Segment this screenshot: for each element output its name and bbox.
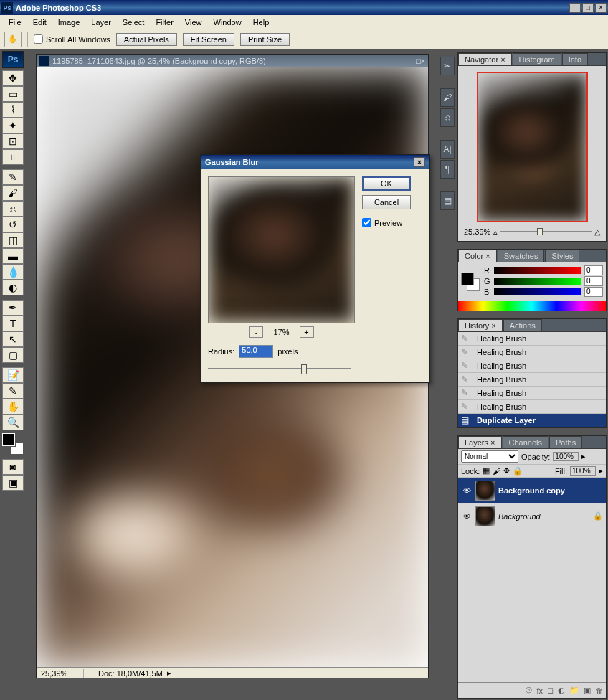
layer-thumbnail[interactable] (475, 506, 495, 526)
group-icon[interactable]: 📁 (569, 686, 579, 695)
foreground-background-colors[interactable] (2, 433, 24, 455)
tab-channels[interactable]: Channels (503, 436, 548, 448)
document-titlebar[interactable]: 1195785_17110643.jpg @ 25,4% (Background… (37, 55, 428, 67)
navigator-preview[interactable] (477, 72, 588, 222)
delete-layer-icon[interactable]: 🗑 (595, 686, 603, 695)
eyedropper-tool[interactable]: ✎ (2, 383, 24, 399)
slice-tool[interactable]: ⌗ (2, 149, 24, 165)
navigator-slider[interactable] (500, 227, 592, 237)
blur-tool[interactable]: 💧 (2, 264, 24, 280)
radius-input[interactable]: 50,0 (239, 345, 273, 358)
brush-tool[interactable]: 🖌 (2, 185, 24, 201)
gradient-tool[interactable]: ▬ (2, 248, 24, 264)
lasso-tool[interactable]: ⌇ (2, 102, 24, 118)
g-value[interactable]: 0 (584, 276, 603, 286)
brushes-icon[interactable]: 🖌 (440, 88, 455, 107)
menu-window[interactable]: Window (208, 16, 247, 28)
maximize-button[interactable]: □ (582, 3, 594, 13)
zoom-in-button[interactable]: + (300, 326, 314, 338)
zoom-level[interactable]: 25,39% (41, 669, 84, 678)
g-slider[interactable] (494, 278, 581, 285)
tab-info[interactable]: Info (562, 53, 588, 65)
layer-style-icon[interactable]: fx (536, 686, 543, 695)
menu-help[interactable]: Help (247, 16, 275, 28)
crop-tool[interactable]: ⊡ (2, 133, 24, 149)
r-value[interactable]: 0 (584, 265, 603, 275)
fill-value[interactable]: 100% (570, 466, 596, 476)
history-item[interactable]: ✎Healing Brush (458, 346, 606, 359)
doc-close-button[interactable]: × (421, 57, 425, 65)
clone-source-icon[interactable]: ⎌ (440, 108, 455, 127)
tab-layers[interactable]: Layers × (458, 436, 502, 448)
menu-select[interactable]: Select (117, 16, 151, 28)
chevron-right-icon[interactable]: ▸ (581, 452, 586, 461)
move-tool[interactable]: ✥ (2, 70, 24, 86)
hand-tool-icon[interactable]: ✋ (4, 32, 22, 47)
character-icon[interactable]: A| (440, 140, 455, 159)
history-item[interactable]: ✎Healing Brush (458, 400, 606, 414)
menu-edit[interactable]: Edit (27, 16, 52, 28)
history-item[interactable]: ✎Healing Brush (458, 332, 606, 346)
quick-mask-tool[interactable]: ◙ (2, 459, 24, 475)
tab-styles[interactable]: Styles (545, 250, 579, 262)
zoom-out-icon[interactable]: ▵ (493, 227, 498, 237)
menu-image[interactable]: Image (52, 16, 86, 28)
zoom-tool[interactable]: 🔍 (2, 415, 24, 430)
tab-swatches[interactable]: Swatches (498, 250, 545, 262)
healing-brush-tool[interactable]: ✎ (2, 169, 24, 185)
screen-mode-tool[interactable]: ▣ (2, 475, 24, 491)
b-slider[interactable] (494, 288, 581, 295)
lock-all-icon[interactable]: 🔒 (513, 466, 523, 476)
tab-history[interactable]: History × (458, 319, 503, 331)
doc-maximize-button[interactable]: □ (416, 57, 421, 65)
history-item[interactable]: ✎Healing Brush (458, 373, 606, 387)
layer-comps-icon[interactable]: ▤ (440, 191, 455, 210)
layer-mask-icon[interactable]: ◻ (547, 686, 554, 695)
opacity-value[interactable]: 100% (553, 452, 579, 461)
zoom-in-icon[interactable]: △ (594, 227, 600, 237)
b-value[interactable]: 0 (584, 287, 603, 297)
lock-position-icon[interactable]: ✥ (503, 466, 510, 476)
adjustment-layer-icon[interactable]: ◐ (558, 686, 565, 695)
layer-thumbnail[interactable] (475, 481, 495, 501)
chevron-right-icon[interactable]: ▸ (167, 668, 171, 678)
magic-wand-tool[interactable]: ✦ (2, 118, 24, 133)
menu-view[interactable]: View (179, 16, 208, 28)
slider-thumb[interactable] (301, 364, 307, 374)
lock-transparency-icon[interactable]: ▦ (483, 466, 490, 476)
navigator-zoom[interactable]: 25.39% (464, 227, 490, 236)
zoom-out-button[interactable]: - (249, 326, 263, 338)
tab-navigator[interactable]: Navigator × (458, 53, 512, 65)
eraser-tool[interactable]: ◫ (2, 232, 24, 248)
menu-file[interactable]: File (3, 16, 27, 28)
shape-tool[interactable]: ▢ (2, 347, 24, 363)
actual-pixels-button[interactable]: Actual Pixels (116, 33, 177, 46)
visibility-icon[interactable]: 👁 (461, 486, 472, 495)
visibility-icon[interactable]: 👁 (461, 512, 472, 521)
marquee-tool[interactable]: ▭ (2, 86, 24, 102)
menu-filter[interactable]: Filter (150, 16, 179, 28)
tab-paths[interactable]: Paths (549, 436, 582, 448)
tab-actions[interactable]: Actions (503, 319, 542, 331)
tab-histogram[interactable]: Histogram (513, 53, 561, 65)
dialog-titlebar[interactable]: Gaussian Blur × (201, 155, 429, 169)
link-layers-icon[interactable]: ⦾ (526, 686, 532, 695)
history-item-active[interactable]: ▤Duplicate Layer (458, 414, 606, 427)
close-button[interactable]: × (595, 3, 607, 13)
layer-name[interactable]: Background copy (498, 486, 603, 495)
foreground-color-swatch[interactable] (2, 433, 15, 446)
ok-button[interactable]: OK (362, 176, 411, 191)
color-swatch[interactable] (461, 273, 480, 291)
cancel-button[interactable]: Cancel (362, 195, 411, 209)
dodge-tool[interactable]: ◐ (2, 280, 24, 295)
print-size-button[interactable]: Print Size (240, 33, 290, 46)
radius-slider[interactable] (208, 362, 351, 375)
blend-mode-select[interactable]: Normal (461, 450, 518, 463)
r-slider[interactable] (494, 267, 581, 274)
clone-stamp-tool[interactable]: ⎌ (2, 201, 24, 217)
menu-layer[interactable]: Layer (85, 16, 117, 28)
history-item[interactable]: ✎Healing Brush (458, 387, 606, 400)
preview-image[interactable] (208, 176, 355, 323)
notes-tool[interactable]: 📝 (2, 367, 24, 383)
layer-row[interactable]: 👁 Background 🔒 (458, 503, 606, 529)
